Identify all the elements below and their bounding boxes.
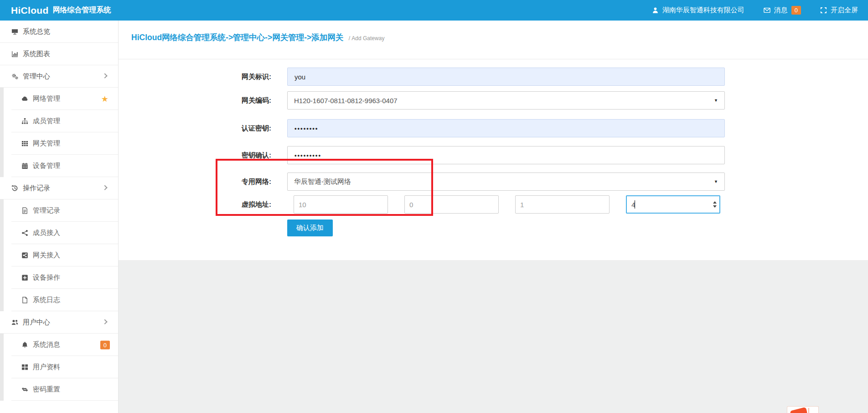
form-row-virtual-address: 虚拟地址:	[119, 195, 868, 214]
breadcrumb-bar: HiCloud网络综合管理系统->管理中心->网关管理->添加网关 / Add …	[119, 21, 868, 59]
virtual-address-octet-3[interactable]	[515, 195, 610, 214]
sidebar-item-label: 用户中心	[23, 318, 50, 327]
file-icon	[21, 297, 28, 303]
grid-icon	[21, 140, 28, 147]
breadcrumb-subtitle: / Add Gateway	[349, 35, 385, 42]
sidebar-item-network-mgmt[interactable]: 网络管理★	[0, 88, 118, 110]
auth-key-label: 认证密钥:	[119, 124, 271, 133]
sidebar-item-member-access[interactable]: 成员接入	[0, 222, 118, 244]
share-square-icon	[21, 252, 28, 259]
app-brand: HiCloud 网络综合管理系统	[11, 5, 111, 16]
sidebar-item-label: 设备管理	[33, 162, 60, 170]
sidebar-item-gateway-mgmt[interactable]: 网关管理	[0, 132, 118, 155]
messages-label: 消息	[774, 6, 788, 15]
confirm-add-button[interactable]: 确认添加	[287, 220, 333, 236]
company-menu[interactable]: 湖南华辰智通科技有限公司	[652, 6, 744, 15]
gateway-id-label: 网关标识:	[119, 73, 271, 81]
messages-menu[interactable]: 消息 0	[764, 6, 801, 15]
floating-widget[interactable]	[787, 406, 819, 413]
form-row-private-network: 专用网络: 华辰智通-测试网络 ▼	[119, 173, 868, 191]
sidebar-item-operation-logs[interactable]: 操作记录	[0, 177, 118, 199]
user-icon	[652, 7, 659, 14]
sidebar-item-user-center[interactable]: 用户中心	[0, 311, 118, 334]
sidebar-item-system-charts[interactable]: 系统图表	[0, 43, 118, 65]
main-content: HiCloud网络综合管理系统->管理中心->网关管理->添加网关 / Add …	[119, 21, 868, 413]
sidebar-item-gateway-access[interactable]: 网关接入	[0, 244, 118, 267]
form-row-gateway-code: 网关编码: H120-1607-0811-0812-9963-0407 ▼	[119, 91, 868, 110]
sidebar-item-admin-records[interactable]: 管理记录	[0, 199, 118, 222]
sidebar-item-label: 管理中心	[23, 72, 50, 81]
chevron-right-icon	[102, 73, 107, 78]
sidebar-item-label: 系统图表	[23, 50, 50, 58]
messages-count-badge: 0	[791, 6, 801, 15]
share-icon	[21, 230, 28, 236]
virtual-address-octet-4-wrapper	[626, 195, 720, 214]
sidebar-item-member-mgmt[interactable]: 成员管理	[0, 110, 118, 132]
number-stepper[interactable]	[713, 195, 717, 214]
sidebar-item-label: 系统日志	[33, 296, 60, 304]
sidebar-item-password-reset[interactable]: 密码重置	[0, 378, 118, 401]
topbar-right: 湖南华辰智通科技有限公司 消息 0 开启全屏	[652, 6, 858, 15]
sidebar: 系统总览系统图表管理中心网络管理★成员管理网关管理设备管理操作记录管理记录成员接…	[0, 21, 119, 413]
monitor-icon	[11, 28, 18, 35]
fullscreen-label: 开启全屏	[831, 6, 858, 15]
content-background	[119, 260, 868, 413]
gateway-code-label: 网关编码:	[119, 96, 271, 105]
sidebar-item-device-mgmt[interactable]: 设备管理	[0, 155, 118, 177]
company-name: 湖南华辰智通科技有限公司	[662, 6, 744, 15]
sidebar-item-label: 系统消息	[33, 340, 60, 349]
sidebar-item-system-overview[interactable]: 系统总览	[0, 21, 118, 43]
virtual-address-octet-2[interactable]	[404, 195, 499, 214]
add-gateway-form: 网关标识: 网关编码: H120-1607-0811-0812-9963-040…	[119, 68, 868, 236]
breadcrumb: HiCloud网络综合管理系统->管理中心->网关管理->添加网关	[131, 33, 343, 42]
widget-logo-icon	[790, 407, 808, 413]
gateway-id-input[interactable]	[287, 68, 725, 86]
form-row-key-confirm: 密钥确认:	[119, 146, 868, 164]
sidebar-item-user-profile[interactable]: 用户资料	[0, 356, 118, 378]
gateway-code-value: H120-1607-0811-0812-9963-0407	[294, 97, 398, 105]
file-text-icon	[21, 207, 28, 214]
retweet-icon	[21, 386, 28, 393]
fullscreen-icon	[820, 7, 827, 14]
chevron-down-icon: ▼	[714, 98, 718, 103]
gateway-code-select[interactable]: H120-1607-0811-0812-9963-0407 ▼	[287, 91, 725, 110]
private-network-select[interactable]: 华辰智通-测试网络 ▼	[287, 173, 725, 191]
sidebar-item-label: 操作记录	[23, 184, 50, 193]
form-row-auth-key: 认证密钥:	[119, 119, 868, 137]
sidebar-item-system-messages[interactable]: 系统消息0	[0, 334, 118, 356]
widget-divider	[808, 408, 809, 413]
sidebar-item-label: 网关管理	[33, 139, 60, 148]
chevron-down-icon: ▼	[714, 179, 718, 184]
message-count-badge: 0	[100, 340, 110, 349]
page: HiCloud 网络综合管理系统 湖南华辰智通科技有限公司 消息 0 开启全屏 …	[0, 0, 868, 413]
sidebar-item-label: 密码重置	[33, 385, 60, 394]
sidebar-item-system-logs[interactable]: 系统日志	[0, 289, 118, 311]
sidebar-item-label: 用户资料	[33, 363, 60, 371]
sidebar-item-admin-center[interactable]: 管理中心	[0, 65, 118, 88]
favorite-star-icon[interactable]: ★	[101, 94, 108, 103]
users-icon	[11, 319, 18, 326]
form-row-submit: 确认添加	[119, 220, 868, 236]
auth-key-input[interactable]	[287, 119, 725, 137]
text-cursor	[635, 200, 635, 209]
topbar: HiCloud 网络综合管理系统 湖南华辰智通科技有限公司 消息 0 开启全屏	[0, 0, 868, 21]
fullscreen-button[interactable]: 开启全屏	[820, 6, 858, 15]
sidebar-item-device-operations[interactable]: 设备操作	[0, 267, 118, 289]
brand-suffix: 网络综合管理系统	[53, 5, 111, 15]
virtual-address-octet-4[interactable]	[626, 195, 720, 214]
plus-square-icon	[21, 274, 28, 281]
sidebar-item-label: 设备操作	[33, 273, 60, 282]
sidebar-item-label: 网关接入	[33, 251, 60, 260]
private-network-label: 专用网络:	[119, 178, 271, 186]
key-confirm-label: 密钥确认:	[119, 151, 271, 160]
sidebar-item-label: 管理记录	[33, 206, 60, 215]
brand-logo: HiCloud	[11, 5, 49, 16]
bell-icon	[21, 341, 28, 348]
sidebar-item-label: 网络管理	[33, 94, 60, 103]
envelope-icon	[764, 7, 770, 14]
key-confirm-input[interactable]	[287, 146, 725, 164]
gears-icon	[11, 73, 18, 80]
virtual-address-label: 虚拟地址:	[119, 200, 271, 209]
chevron-right-icon	[102, 319, 107, 324]
virtual-address-octet-1[interactable]	[294, 195, 388, 214]
